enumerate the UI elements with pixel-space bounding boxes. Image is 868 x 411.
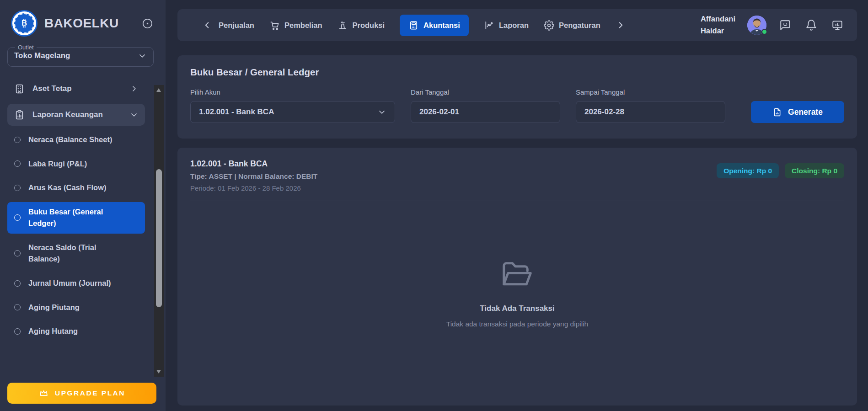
ledger-filter-card: Buku Besar / General Ledger Pilih Akun 1…: [177, 55, 857, 139]
page-title: Buku Besar / General Ledger: [190, 67, 844, 78]
sidebar-item-label: Laporan Keuangan: [32, 110, 103, 119]
tab-pembelian[interactable]: Pembelian: [269, 20, 322, 31]
line-chart-icon: [484, 20, 494, 31]
ledger-results-card: 1.02.001 - Bank BCA Tipe: ASSET | Normal…: [177, 148, 857, 406]
chevron-down-icon: [138, 51, 147, 60]
document-report-icon: [772, 107, 782, 117]
sidebar-subitem-jurnal-umum[interactable]: Jurnal Umum (Journal): [7, 273, 145, 294]
radio-circle-icon: [14, 185, 21, 191]
upgrade-plan-button[interactable]: UPGRADE PLAN: [7, 383, 156, 404]
scrollbar-up-arrow[interactable]: [156, 88, 161, 92]
sidebar-scrollbar[interactable]: [154, 85, 164, 377]
bakoelku-logo-icon: B: [11, 10, 38, 37]
tab-laporan[interactable]: Laporan: [484, 20, 529, 31]
feedback-button[interactable]: [779, 19, 791, 31]
brand-header: B BAKOELKU: [0, 0, 166, 44]
radio-circle-icon: [14, 328, 21, 335]
radio-circle-icon: [14, 214, 21, 221]
factory-icon: [338, 20, 348, 31]
generate-button[interactable]: Generate: [751, 101, 844, 123]
sidebar-collapse-button[interactable]: [141, 17, 154, 30]
monitor-chart-icon: [831, 19, 843, 31]
empty-state-subtitle: Tidak ada transaksi pada periode yang di…: [446, 320, 588, 328]
clipboard-chart-icon: [14, 109, 25, 121]
chevron-down-icon: [377, 107, 386, 117]
gear-icon: [544, 20, 554, 31]
sidebar-subitem-arus-kas[interactable]: Arus Kas (Cash Flow): [7, 178, 145, 198]
chevron-down-icon: [129, 110, 139, 119]
svg-text:B: B: [21, 19, 27, 27]
outlet-value: Toko Magelang: [14, 51, 70, 60]
chevron-right-icon: [129, 84, 139, 93]
chat-smiley-icon: [779, 19, 791, 31]
sidebar-item-aset-tetap[interactable]: Aset Tetap: [7, 78, 145, 100]
online-status-dot: [761, 29, 767, 35]
radio-circle-icon: [14, 304, 21, 310]
date-from-input[interactable]: [411, 101, 560, 123]
radio-circle-icon: [14, 160, 21, 167]
tab-produksi[interactable]: Produksi: [338, 20, 385, 31]
date-from-field: Dari Tanggal: [411, 88, 560, 123]
chevron-right-icon: [616, 20, 626, 30]
sidebar-subitem-aging-piutang[interactable]: Aging Piutang: [7, 298, 145, 318]
tab-pengaturan[interactable]: Pengaturan: [544, 20, 600, 31]
tab-penjualan[interactable]: Penjualan: [219, 21, 254, 30]
date-to-label: Sampai Tanggal: [576, 88, 725, 96]
date-from-label: Dari Tanggal: [411, 88, 560, 96]
chevron-left-icon: [202, 20, 212, 30]
nav-scroll-right-button[interactable]: [616, 20, 626, 30]
notifications-button[interactable]: [805, 19, 817, 31]
account-field: Pilih Akun 1.02.001 - Bank BCA: [190, 88, 395, 123]
sidebar-subitem-buku-besar[interactable]: Buku Besar (General Ledger): [7, 202, 145, 234]
calculator-icon: [408, 20, 419, 31]
user-avatar[interactable]: [747, 16, 766, 35]
radio-circle-icon: [14, 280, 21, 287]
account-meta: Tipe: ASSET | Normal Balance: DEBIT: [190, 172, 317, 181]
crown-icon: [38, 388, 49, 399]
sidebar-item-label: Aset Tetap: [32, 84, 72, 93]
top-navbar: Penjualan Pembelian: [177, 9, 857, 41]
outlet-select[interactable]: Outlet Toko Magelang: [7, 44, 154, 67]
account-summary: 1.02.001 - Bank BCA Tipe: ASSET | Normal…: [190, 159, 317, 192]
divider: [190, 201, 844, 201]
sidebar-subitem-aging-hutang[interactable]: Aging Hutang: [7, 321, 145, 342]
shopping-cart-icon: [269, 20, 280, 31]
scrollbar-down-arrow[interactable]: [156, 370, 161, 374]
balance-badges: Opening: Rp 0 Closing: Rp 0: [717, 163, 844, 178]
sidebar-item-laporan-keuangan[interactable]: Laporan Keuangan: [7, 104, 145, 126]
sidebar-subitem-laba-rugi[interactable]: Laba Rugi (P&L): [7, 154, 145, 174]
tab-akuntansi[interactable]: Akuntansi: [400, 15, 469, 36]
account-period: Periode: 01 Feb 2026 - 28 Feb 2026: [190, 184, 317, 192]
sidebar-subitem-neraca[interactable]: Neraca (Balance Sheet): [7, 130, 145, 150]
account-label: Pilih Akun: [190, 88, 395, 96]
outlet-label: Outlet: [15, 44, 37, 51]
empty-state-title: Tidak Ada Transaksi: [480, 304, 554, 313]
open-folder-icon: [499, 259, 535, 289]
date-to-field: Sampai Tanggal: [576, 88, 725, 123]
scrollbar-thumb[interactable]: [156, 169, 162, 307]
app-title: BAKOELKU: [44, 16, 119, 31]
date-to-input[interactable]: [576, 101, 725, 123]
building-icon: [14, 83, 25, 95]
bell-icon: [805, 19, 817, 31]
sidebar: B BAKOELKU Outlet Toko Magelang: [0, 0, 166, 411]
closing-balance-badge: Closing: Rp 0: [785, 163, 844, 178]
account-select[interactable]: 1.02.001 - Bank BCA: [190, 101, 395, 123]
radio-circle-icon: [14, 137, 21, 143]
main-area: Penjualan Pembelian: [166, 0, 868, 411]
empty-state: Tidak Ada Transaksi Tidak ada transaksi …: [190, 259, 844, 328]
sidebar-menu: Aset Tetap Laporan Keuangan Neraca: [0, 71, 166, 342]
nav-tabs: Penjualan Pembelian: [219, 15, 600, 36]
radio-circle-icon: [14, 250, 21, 256]
user-name[interactable]: Affandani Haidar: [701, 13, 735, 37]
nav-scroll-left-button[interactable]: [202, 20, 212, 30]
sidebar-subitem-neraca-saldo[interactable]: Neraca Saldo (Trial Balance): [7, 238, 145, 269]
account-title: 1.02.001 - Bank BCA: [190, 159, 317, 169]
opening-balance-badge: Opening: Rp 0: [717, 163, 779, 178]
display-mode-button[interactable]: [831, 19, 843, 31]
circle-dot-icon: [141, 17, 154, 30]
